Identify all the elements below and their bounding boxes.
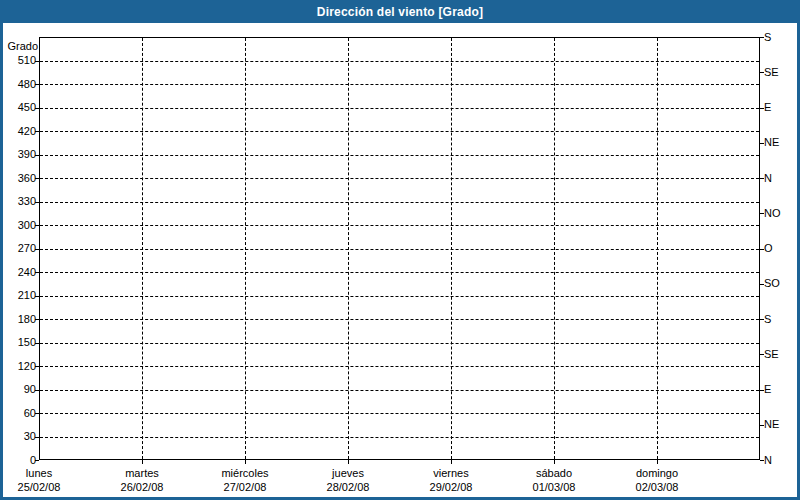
day-name: domingo (605, 466, 709, 480)
y-axis-tick-label-left: 360 (0, 172, 36, 185)
y-axis-tick-right (760, 143, 764, 144)
x-axis-tick (348, 460, 349, 464)
plot-area (39, 37, 760, 460)
y-axis-tick-label-left: 450 (0, 101, 36, 114)
y-axis-tick-label-left: 180 (0, 313, 36, 326)
y-axis-tick-label-right: NO (764, 207, 781, 220)
y-axis-tick-label-right: SE (764, 66, 779, 79)
y-axis-tick-left (35, 460, 39, 461)
y-axis-tick-left (35, 366, 39, 367)
x-axis-day-label: miércoles27/02/08 (193, 466, 297, 494)
y-axis-tick-left (35, 437, 39, 438)
y-axis-tick-label-right: E (764, 101, 771, 114)
x-axis-day-label: jueves28/02/08 (296, 466, 400, 494)
day-date: 29/02/08 (399, 480, 503, 494)
x-axis-day-label: domingo02/03/08 (605, 466, 709, 494)
y-axis-tick-right (760, 249, 764, 250)
day-name: sábado (502, 466, 606, 480)
y-axis-tick-right (760, 284, 764, 285)
plot-border (39, 37, 760, 460)
day-date: 28/02/08 (296, 480, 400, 494)
x-axis-day-label: viernes29/02/08 (399, 466, 503, 494)
y-axis-tick-label-left: 420 (0, 125, 36, 138)
y-axis-tick-left (35, 413, 39, 414)
day-name: jueves (296, 466, 400, 480)
y-axis-tick-right (760, 72, 764, 73)
y-axis-tick-label-right: S (764, 31, 771, 44)
y-axis-tick-label-right: SO (764, 277, 780, 290)
day-date: 01/03/08 (502, 480, 606, 494)
y-axis-tick-label-left: 330 (0, 195, 36, 208)
y-axis-tick-left (35, 131, 39, 132)
y-axis-tick-label-right: N (764, 172, 772, 185)
y-axis-tick-right (760, 425, 764, 426)
day-date: 26/02/08 (90, 480, 194, 494)
x-axis-day-label: sábado01/03/08 (502, 466, 606, 494)
y-axis-tick-left (35, 343, 39, 344)
y-axis-tick-left (35, 296, 39, 297)
y-axis-tick-label-right: O (764, 242, 773, 255)
day-date: 27/02/08 (193, 480, 297, 494)
y-axis-tick-label-right: SE (764, 348, 779, 361)
y-axis-tick-label-left: 300 (0, 219, 36, 232)
y-axis-tick-left (35, 61, 39, 62)
x-axis-tick (451, 460, 452, 464)
y-axis-caption: Grado (0, 40, 38, 52)
y-axis-tick-right (760, 319, 764, 320)
day-date: 25/02/08 (0, 480, 91, 494)
y-axis-tick-label-left: 120 (0, 360, 36, 373)
y-axis-tick-label-left: 150 (0, 336, 36, 349)
x-axis-tick (142, 460, 143, 464)
y-axis-tick-label-left: 270 (0, 242, 36, 255)
y-axis-tick-label-right: E (764, 383, 771, 396)
y-axis-tick-right (760, 37, 764, 38)
y-axis-tick-label-left: 210 (0, 289, 36, 302)
y-axis-tick-label-right: NE (764, 418, 779, 431)
y-axis-tick-label-left: 480 (0, 78, 36, 91)
y-axis-tick-label-right: S (764, 313, 771, 326)
panel-content: Grado 0306090120150180210240270300330360… (3, 23, 797, 497)
y-axis-tick-label-right: NE (764, 136, 779, 149)
y-axis-tick-label-left: 30 (0, 430, 36, 443)
y-axis-tick-left (35, 225, 39, 226)
y-axis-tick-label-left: 90 (0, 383, 36, 396)
x-axis-day-label: martes26/02/08 (90, 466, 194, 494)
y-axis-tick-right (760, 460, 764, 461)
day-name: martes (90, 466, 194, 480)
day-name: lunes (0, 466, 91, 480)
y-axis-tick-label-left: 60 (0, 407, 36, 420)
x-axis-tick (657, 460, 658, 464)
y-axis-tick-right (760, 390, 764, 391)
wind-direction-panel: Dirección del viento [Grado] Grado 03060… (0, 0, 800, 500)
y-axis-tick-label-left: 240 (0, 266, 36, 279)
y-axis-tick-left (35, 155, 39, 156)
y-axis-tick-right (760, 213, 764, 214)
y-axis-tick-left (35, 272, 39, 273)
y-axis-tick-label-right: N (764, 454, 772, 467)
y-axis-tick-label-left: 390 (0, 148, 36, 161)
y-axis-tick-left (35, 202, 39, 203)
chart-canvas: Grado 0306090120150180210240270300330360… (0, 0, 800, 500)
y-axis-tick-left (35, 249, 39, 250)
y-axis-tick-right (760, 178, 764, 179)
y-axis-tick-left (35, 84, 39, 85)
y-axis-tick-left (35, 319, 39, 320)
y-axis-tick-left (35, 108, 39, 109)
y-axis-tick-label-left: 510 (0, 54, 36, 67)
day-name: miércoles (193, 466, 297, 480)
y-axis-tick-right (760, 354, 764, 355)
x-axis-day-label: lunes25/02/08 (0, 466, 91, 494)
y-axis-tick-left (35, 178, 39, 179)
y-axis-tick-right (760, 108, 764, 109)
x-axis-tick (554, 460, 555, 464)
day-name: viernes (399, 466, 503, 480)
day-date: 02/03/08 (605, 480, 709, 494)
x-axis-tick (245, 460, 246, 464)
y-axis-tick-left (35, 390, 39, 391)
